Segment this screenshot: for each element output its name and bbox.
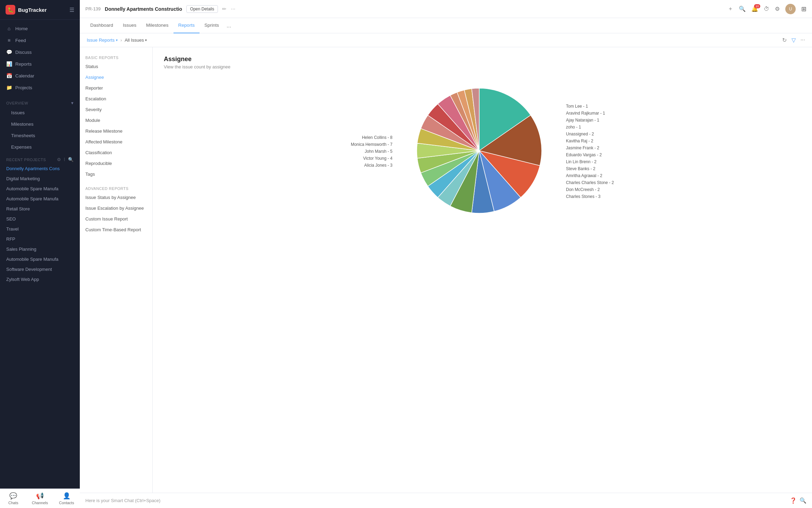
- pie-label-right: Eduardo Vargas - 2: [566, 152, 614, 157]
- project-item[interactable]: RFP: [0, 234, 80, 244]
- subnav-item-issues[interactable]: Issues: [118, 18, 141, 33]
- app-name: BugTracker: [18, 7, 47, 13]
- pie-label-right: Charles Charles Stone - 2: [566, 180, 614, 185]
- report-item-reporter[interactable]: Reporter: [80, 83, 152, 93]
- project-item[interactable]: Software Development: [0, 264, 80, 274]
- pie-label-left: Helen Collins - 8: [351, 135, 392, 140]
- pie-label-right: Aravind Rajkumar - 1: [566, 111, 614, 116]
- sidebar-item-reports[interactable]: 📊Reports: [0, 58, 80, 70]
- report-item-assignee[interactable]: Assignee: [80, 72, 152, 83]
- report-item-affected-milestone[interactable]: Affected Milestone: [80, 136, 152, 147]
- subnav-more[interactable]: ...: [224, 23, 234, 29]
- smart-chat-placeholder[interactable]: Here is your Smart Chat (Ctrl+Space): [85, 498, 790, 503]
- overview-section: Overview ▾: [0, 96, 80, 107]
- overview-item-milestones[interactable]: Milestones: [0, 118, 80, 130]
- report-item-severity[interactable]: Severity: [80, 104, 152, 115]
- sidebar-item-projects[interactable]: 📁Projects: [0, 82, 80, 93]
- settings-icon[interactable]: ⚙: [775, 6, 780, 12]
- topbar: PR-139 Donnelly Apartments Constructio O…: [80, 0, 812, 18]
- subnav-item-sprints[interactable]: Sprints: [200, 18, 224, 33]
- dropdown-icon2: ▾: [145, 38, 147, 42]
- sidebar-item-home[interactable]: ⌂Home: [0, 23, 80, 34]
- project-item[interactable]: Travel: [0, 224, 80, 234]
- pie-label-right: Charles Stones - 3: [566, 194, 614, 199]
- subnav-item-reports[interactable]: Reports: [174, 18, 200, 33]
- report-item-release-milestone[interactable]: Release Milestone: [80, 126, 152, 136]
- overview-chevron[interactable]: ▾: [71, 100, 74, 106]
- project-name: Donnelly Apartments Constructio: [105, 6, 182, 12]
- report-item-tags[interactable]: Tags: [80, 169, 152, 180]
- open-details-button[interactable]: Open Details: [186, 5, 218, 13]
- breadcrumb-issue-reports[interactable]: Issue Reports ▾: [87, 38, 118, 43]
- channels-icon: 📢: [36, 492, 44, 500]
- bottom-bar: 💬Chats📢Channels👤Contacts: [0, 489, 80, 508]
- pie-label-right: Steve Banks - 2: [566, 166, 614, 171]
- help-icon[interactable]: ❓: [790, 497, 797, 504]
- report-item-module[interactable]: Module: [80, 115, 152, 126]
- report-item-advanced-custom-time-based-report[interactable]: Custom Time-Based Report: [80, 224, 152, 235]
- project-item[interactable]: Automobile Spare Manufa: [0, 254, 80, 264]
- project-item[interactable]: Donnelly Apartments Cons: [0, 164, 80, 174]
- sidebar-navigation: ⌂Home≡Feed💬Discuss📊Reports📅Calendar📁Proj…: [0, 20, 80, 96]
- report-item-status[interactable]: Status: [80, 61, 152, 72]
- bottom-bar-contacts[interactable]: 👤Contacts: [53, 489, 80, 508]
- project-item[interactable]: SEO: [0, 214, 80, 224]
- zoom-icon[interactable]: 🔍: [800, 497, 806, 504]
- report-menu-panel: BASIC REPORTS StatusAssigneeReporterEsca…: [80, 47, 153, 493]
- report-item-advanced-custom-issue-report[interactable]: Custom Issue Report: [80, 214, 152, 224]
- filter-icon[interactable]: ▽: [792, 37, 796, 43]
- content-area: BASIC REPORTS StatusAssigneeReporterEsca…: [80, 47, 812, 493]
- nav-icon: ⌂: [6, 26, 12, 31]
- project-id: PR-139: [85, 6, 101, 11]
- content-wrapper: Issue Reports ▾ › All Issues ▾ ↻ ▽ ··· B…: [80, 33, 812, 508]
- pie-label-right: Ajay Natarajan - 1: [566, 118, 614, 123]
- chart-subtitle: View the issue count by assignee: [164, 64, 801, 69]
- report-item-escalation[interactable]: Escalation: [80, 93, 152, 104]
- nav-label: Feed: [15, 38, 26, 43]
- project-item[interactable]: Automobile Spare Manufa: [0, 184, 80, 194]
- project-item[interactable]: Automobile Spare Manufa: [0, 194, 80, 204]
- grid-icon[interactable]: ⊞: [801, 5, 806, 13]
- user-avatar[interactable]: U: [785, 4, 796, 14]
- sub-navigation: DashboardIssuesMilestonesReportsSprints.…: [80, 18, 812, 33]
- sidebar-item-feed[interactable]: ≡Feed: [0, 34, 80, 46]
- basic-report-list: StatusAssigneeReporterEscalationSeverity…: [80, 61, 152, 180]
- report-item-classification[interactable]: Classification: [80, 147, 152, 158]
- subnav-item-dashboard[interactable]: Dashboard: [85, 18, 118, 33]
- overview-item-timesheets[interactable]: Timesheets: [0, 130, 80, 141]
- filter-icon[interactable]: ⚙: [57, 157, 61, 162]
- edit-icon[interactable]: ✏: [222, 6, 227, 12]
- report-item-advanced-issue-escalation-by-assignee[interactable]: Issue Escalation by Assignee: [80, 203, 152, 214]
- subnav-item-milestones[interactable]: Milestones: [141, 18, 174, 33]
- sidebar-header: 🐛 BugTracker ☰: [0, 0, 80, 20]
- contacts-icon: 👤: [63, 492, 70, 500]
- refresh-icon[interactable]: ↻: [782, 37, 787, 43]
- overview-item-expenses[interactable]: Expenses: [0, 141, 80, 153]
- chart-area: Assignee View the issue count by assigne…: [153, 47, 812, 493]
- chats-icon: 💬: [9, 492, 17, 500]
- breadcrumb-all-issues[interactable]: All Issues ▾: [125, 38, 147, 43]
- add-icon[interactable]: ＋: [728, 5, 733, 13]
- search-icon[interactable]: 🔍: [739, 6, 746, 12]
- nav-label: Calendar: [15, 73, 34, 78]
- hamburger-menu[interactable]: ☰: [69, 7, 74, 13]
- sidebar-item-calendar[interactable]: 📅Calendar: [0, 70, 80, 82]
- bottom-bar-channels[interactable]: 📢Channels: [27, 489, 53, 508]
- project-item[interactable]: Retail Store: [0, 204, 80, 214]
- sidebar-item-discuss[interactable]: 💬Discuss: [0, 46, 80, 58]
- pie-chart-container: Helen Collins - 8Monica Hemsworth - 7Joh…: [164, 78, 801, 225]
- search-projects-icon[interactable]: 🔍: [68, 157, 74, 162]
- report-item-advanced-issue-status-by-assignee[interactable]: Issue Status by Assignee: [80, 192, 152, 203]
- project-item[interactable]: Zylsoft Web App: [0, 274, 80, 284]
- bottom-bar-chats[interactable]: 💬Chats: [0, 489, 27, 508]
- project-item[interactable]: Digital Marketing: [0, 174, 80, 184]
- overview-item-issues[interactable]: Issues: [0, 107, 80, 118]
- more-options-icon[interactable]: ···: [231, 6, 235, 12]
- more-actions-icon[interactable]: ···: [801, 37, 805, 43]
- timer-icon[interactable]: ⏱: [764, 6, 769, 12]
- report-item-reproducible[interactable]: Reproducible: [80, 158, 152, 169]
- project-item[interactable]: Sales Planning: [0, 244, 80, 254]
- nav-label: Reports: [15, 61, 32, 67]
- notification-icon[interactable]: 🔔10: [751, 6, 758, 12]
- sidebar-logo: 🐛 BugTracker: [6, 5, 47, 15]
